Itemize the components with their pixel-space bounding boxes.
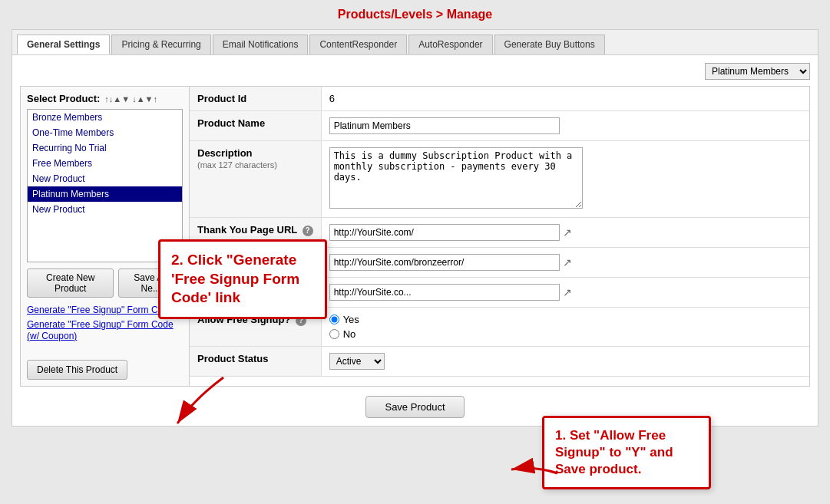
annotation-box-2: 1. Set "Allow Free Signup" to "Y" and Sa… [542,416,711,489]
right-panel: Product Id 6 Product Name Description [190,87,809,386]
external-link-icon-2[interactable]: ↗ [563,256,572,268]
product-name-input[interactable] [329,117,560,134]
product-select-area: Bronze Members One-Time Members Recurrin… [705,63,810,80]
annotation-box-1: 2. Click "Generate 'Free Signup Form Cod… [158,239,327,319]
list-item[interactable]: Bronze Members [28,110,182,125]
description-label: Description [197,147,253,159]
allow-free-no-label: No [343,328,356,340]
content-wrapper: Select Product: ↑↓▲▼ ↓▲▼↑ Bronze Members… [20,86,810,387]
tabs-bar: General Settings Pricing & Recurring Ema… [12,29,818,54]
product-id-row: Product Id 6 [190,87,809,111]
link-row-generate-coupon: Generate "Free Signup" Form Code (w/ Cou… [27,318,183,341]
list-item[interactable]: Free Members [28,156,182,171]
allow-free-yes-option: Yes [329,314,802,325]
delete-product-button[interactable]: Delete This Product [27,360,127,380]
select-product-label: Select Product: [27,93,100,104]
form-table: Product Id 6 Product Name Description [190,87,809,377]
product-status-label: Product Status [190,347,321,377]
error-url-cell: ↗ [321,248,809,278]
thankyou-help-icon[interactable]: ? [303,226,313,236]
product-id-value: 6 [321,87,809,111]
list-item[interactable]: New Product [28,202,182,217]
create-new-product-button[interactable]: Create New Product [27,268,114,298]
save-product-button[interactable]: Save Product [365,396,464,418]
thankyou-url-input[interactable] [329,224,560,241]
select-product-header: Select Product: ↑↓▲▼ ↓▲▼↑ [27,93,183,104]
product-status-cell: Active Inactive [321,347,809,377]
list-item[interactable]: Recurring No Trial [28,140,182,156]
product-name-cell [321,111,809,141]
postlogin-url-row-inner: ↗ [329,284,802,301]
external-link-icon[interactable]: ↗ [563,226,572,239]
tab-content-responder[interactable]: ContentResponder [309,35,407,54]
allow-free-cell: Yes No [321,308,809,347]
error-url-row-inner: ↗ [329,254,802,271]
tab-generate-buy-buttons[interactable]: Generate Buy Buttons [494,35,605,54]
allow-free-yes-radio[interactable] [329,315,339,324]
tab-email-notifications[interactable]: Email Notifications [213,35,309,54]
description-cell: This is a dummy Subscription Product wit… [321,141,809,218]
allow-free-radio-group: Yes No [329,314,802,340]
delete-row: Delete This Product [27,352,183,380]
description-textarea[interactable]: This is a dummy Subscription Product wit… [329,147,583,209]
product-status-row: Product Status Active Inactive [190,347,809,377]
top-right-row: Bronze Members One-Time Members Recurrin… [20,63,810,80]
generate-free-signup-link[interactable]: Generate "Free Signup" Form Code [27,305,174,315]
error-url-input[interactable] [329,254,560,271]
thankyou-url-row-inner: ↗ [329,224,802,241]
list-item-selected[interactable]: Platinum Members [28,186,182,202]
allow-free-no-radio[interactable] [329,329,339,339]
list-item[interactable]: New Product [28,171,182,186]
external-link-icon-3[interactable]: ↗ [563,286,572,298]
save-product-row: Save Product [20,396,810,418]
product-name-row: Product Name [190,111,809,141]
tab-general-settings[interactable]: General Settings [17,35,110,54]
list-item[interactable]: One-Time Members [28,125,182,140]
content-area: Select Product: ↑↓▲▼ ↓▲▼↑ Bronze Members… [20,86,810,387]
top-product-dropdown[interactable]: Bronze Members One-Time Members Recurrin… [705,63,810,80]
allow-free-no-option: No [329,328,802,340]
status-select-area: Active Inactive [329,353,802,370]
allow-free-yes-label: Yes [343,314,359,325]
product-status-select[interactable]: Active Inactive [329,353,385,370]
description-sublabel: (max 127 characters) [197,160,277,170]
postlogin-url-cell: ↗ [321,278,809,308]
description-row: Description (max 127 characters) This is… [190,141,809,218]
thankyou-url-cell: ↗ [321,218,809,248]
page-title: Products/Levels > Manage [12,8,818,21]
tab-auto-responder[interactable]: AutoResponder [408,35,492,54]
left-panel: Select Product: ↑↓▲▼ ↓▲▼↑ Bronze Members… [21,87,190,386]
sort-icons[interactable]: ↑↓▲▼ ↓▲▼↑ [104,94,157,104]
postlogin-url-input[interactable] [329,284,560,301]
generate-free-signup-coupon-link[interactable]: Generate "Free Signup" Form Code (w/ Cou… [27,319,174,341]
product-id-label: Product Id [190,87,321,111]
main-panel: Bronze Members One-Time Members Recurrin… [12,54,818,427]
tab-pricing-recurring[interactable]: Pricing & Recurring [111,35,210,54]
description-label-cell: Description (max 127 characters) [190,141,321,218]
product-name-label: Product Name [190,111,321,141]
